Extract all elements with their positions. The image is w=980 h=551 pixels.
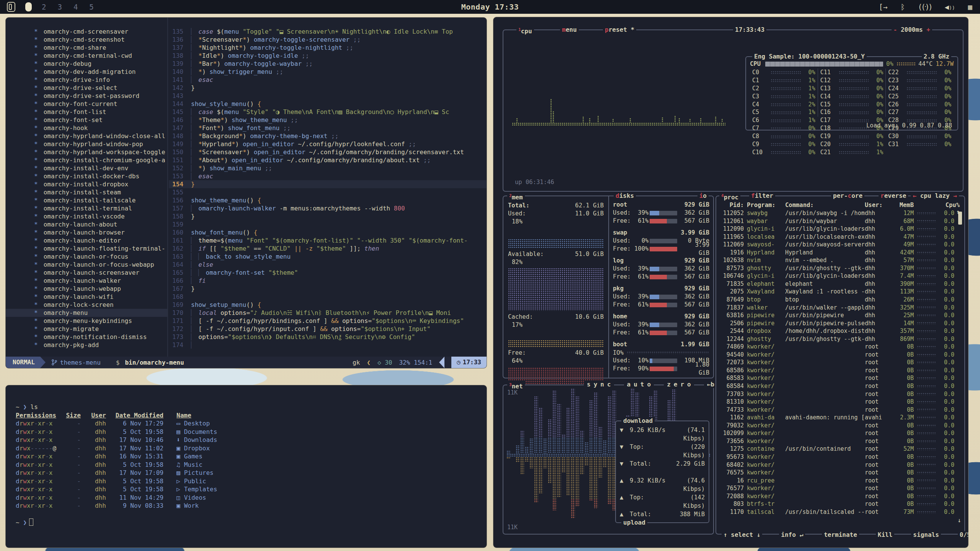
file-item[interactable]: *omarchy-install-tailscale: [6, 196, 167, 204]
reverse-toggle[interactable]: reverse: [879, 192, 908, 200]
process-row[interactable]: 68583kworker/root0B0.0: [720, 374, 960, 382]
file-item[interactable]: *omarchy-launch-or-focus-webapp: [6, 261, 167, 269]
file-item[interactable]: *omarchy-hyprland-workspace-toggle: [6, 148, 167, 156]
sort-selector[interactable]: ← cpu lazy →: [911, 192, 959, 200]
file-item[interactable]: *omarchy-launch-wifi: [6, 293, 167, 301]
scroll-down-icon[interactable]: ↓: [957, 517, 961, 524]
process-row[interactable]: 72088kworker/root0B0.0: [720, 492, 960, 500]
process-row[interactable]: 2506pipewire/usr/bin/pipewire-pulsedhh14…: [720, 320, 960, 328]
file-item[interactable]: *omarchy-launch-webapp: [6, 285, 167, 293]
bluetooth-icon[interactable]: ᛒ: [900, 3, 905, 11]
file-item[interactable]: *omarchy-launch-or-focus: [6, 253, 167, 261]
process-row[interactable]: 81310kworker/root0B0.0: [720, 398, 960, 406]
file-item[interactable]: *omarchy-launch-screensaver: [6, 269, 167, 277]
process-row[interactable]: 1916HyprlandHyprlanddhh424M0.0: [720, 249, 960, 257]
file-item[interactable]: *omarchy-launch-about: [6, 220, 167, 228]
file-item[interactable]: *omarchy-drive-select: [6, 84, 167, 92]
process-row[interactable]: 68402kworker/root0B0.0: [720, 461, 960, 469]
file-item[interactable]: *omarchy-launch-browser: [6, 228, 167, 236]
net-option-auto[interactable]: auto: [624, 381, 654, 388]
file-item[interactable]: *omarchy-font-set: [6, 116, 167, 124]
file-item[interactable]: *omarchy-install-chromium-google-a: [6, 156, 167, 164]
process-row[interactable]: 102638nvimnvim --embed .dhh57M0.0: [720, 256, 960, 264]
file-item[interactable]: *omarchy-hyprland-window-close-all: [6, 132, 167, 140]
file-item[interactable]: *omarchy-install-dropbox: [6, 180, 167, 188]
process-row[interactable]: 76575kworker/root0B0.0: [720, 469, 960, 477]
code-editor[interactable]: 135▏ case $(menu "Toggle" "⬓ Screensaver…: [169, 18, 487, 357]
menu-button[interactable]: menu: [560, 26, 579, 34]
file-item[interactable]: *omarchy-notification-dismiss: [6, 333, 167, 341]
process-row[interactable]: 112090glycin-i/usr/lib/glycin-loadersdhh…: [720, 225, 960, 233]
file-item[interactable]: *omarchy-install-vscode: [6, 212, 167, 220]
process-row[interactable]: 12244ghostty/usr/bin/ghostty --gtk-dhh86…: [720, 335, 960, 343]
cpu-box-title[interactable]: 1cpu: [516, 26, 534, 36]
file-item[interactable]: *omarchy-lock-screen: [6, 301, 167, 309]
process-row[interactable]: 74869kworker/root0B0.0: [720, 343, 960, 351]
file-item[interactable]: *omarchy-font-list: [6, 108, 167, 116]
process-row[interactable]: 803btrfs-trroot0B0.0: [720, 500, 960, 508]
file-item[interactable]: *omarchy-pkg-add: [6, 341, 167, 349]
file-item[interactable]: *omarchy-install-steam: [6, 188, 167, 196]
process-row[interactable]: 102099kworker/root0B0.0: [720, 429, 960, 437]
process-row[interactable]: 87573ghostty/usr/bin/ghostty --gtk-dhh37…: [720, 264, 960, 272]
proc-action-select[interactable]: ↑ select ↓: [722, 531, 762, 538]
file-item[interactable]: *omarchy-launch-walker: [6, 277, 167, 285]
process-row[interactable]: 2544dropbox/home/dhh/.dropbox-distdhh357…: [720, 327, 960, 335]
file-item[interactable]: *omarchy-dev-add-migration: [6, 68, 167, 76]
proc-action-terminate[interactable]: terminate: [822, 531, 859, 538]
file-item[interactable]: *omarchy-cmd-share: [6, 44, 167, 52]
file-item[interactable]: *omarchy-menu: [6, 309, 167, 317]
proc-action-kill[interactable]: Kill: [876, 531, 895, 538]
file-item[interactable]: *omarchy-drive-info: [6, 76, 167, 84]
process-row[interactable]: 111965localsea/usr/lib/localsearch-exdhh…: [720, 233, 960, 241]
file-item[interactable]: *omarchy-install-dev-env: [6, 164, 167, 172]
process-row[interactable]: 76577kworker/root0B0.0: [720, 484, 960, 492]
process-row[interactable]: 68584kworker/root0B0.0: [720, 382, 960, 390]
process-row[interactable]: 74733kworker/root0B0.0: [720, 406, 960, 414]
filter-button[interactable]: filter: [749, 192, 775, 200]
per-core-toggle[interactable]: per-core: [831, 192, 864, 200]
net-option-zero[interactable]: zero: [664, 381, 694, 388]
preset-button[interactable]: preset *: [603, 26, 636, 34]
process-row[interactable]: 71835elephantelephantdhh390M0.0: [720, 280, 960, 288]
process-row[interactable]: 71837walker/usr/bin/walker --gappldhh325…: [720, 304, 960, 312]
process-row[interactable]: 112061waybar/usr/bin/waybardhh68M0.0: [720, 217, 960, 225]
file-item[interactable]: *omarchy-debug: [6, 60, 167, 68]
file-item[interactable]: *omarchy-font-current: [6, 100, 167, 108]
file-item[interactable]: *omarchy-cmd-screensaver: [6, 28, 167, 36]
cpu-chip-icon[interactable]: ▦: [968, 3, 972, 11]
process-row[interactable]: 95673kworker/root0B0.0: [720, 453, 960, 461]
volume-icon[interactable]: ◀)): [944, 3, 955, 11]
process-row[interactable]: 2075XwaylandXwayland :1 -rootless -dhh11…: [720, 288, 960, 296]
proc-action-signals[interactable]: signals: [911, 531, 941, 538]
io-toggle[interactable]: io: [697, 192, 709, 200]
disks-box-title[interactable]: disks: [614, 192, 636, 200]
process-row[interactable]: 79032kworker/root0B0.0: [720, 422, 960, 430]
file-item[interactable]: *omarchy-migrate: [6, 325, 167, 333]
process-row[interactable]: 106746glycin-i/usr/lib/glycin-loadersdhh…: [720, 272, 960, 280]
file-item[interactable]: *omarchy-install-terminal: [6, 204, 167, 212]
process-row[interactable]: 73656kworker/root0B0.0: [720, 437, 960, 445]
file-item[interactable]: *omarchy-launch-floating-terminal-: [6, 245, 167, 253]
file-item[interactable]: *omarchy-hook: [6, 124, 167, 132]
file-item[interactable]: *omarchy-cmd-terminal-cwd: [6, 52, 167, 60]
process-row[interactable]: 1162avahi-daavahi-daemon: running [avahi…: [720, 414, 960, 422]
file-item[interactable]: *omarchy-menu-keybindings: [6, 317, 167, 325]
proc-action-info[interactable]: info ↵: [779, 531, 805, 538]
file-item[interactable]: *omarchy-launch-editor: [6, 236, 167, 245]
file-item[interactable]: *omarchy-cmd-screenshot: [6, 36, 167, 44]
wifi-icon[interactable]: ((ᐧ)): [918, 3, 932, 11]
process-row[interactable]: 1170tailscal/usr/sbin/tailscaled --root7…: [720, 508, 960, 516]
terminal-window[interactable]: ~ ❯ lsPermissionsSizeUserDate ModifiedNa…: [5, 385, 487, 548]
logout-icon[interactable]: [→: [879, 3, 888, 11]
mem-box-title[interactable]: 2mem: [507, 192, 525, 202]
process-row[interactable]: 112069swayosd-/usr/bin/swayosd-serverdhh…: [720, 241, 960, 249]
process-row[interactable]: 63816pipewire/usr/bin/pipewiredhh25M0.0: [720, 311, 960, 320]
process-row[interactable]: 94540kworker/root0B0.0: [720, 351, 960, 359]
file-item[interactable]: *omarchy-hyprland-window-pop: [6, 140, 167, 148]
process-row[interactable]: 72073kworker/root0B0.0: [720, 359, 960, 367]
process-row[interactable]: 1275containe/usr/bin/containerdroot52M0.…: [720, 445, 960, 453]
process-scrollbar[interactable]: [958, 212, 962, 225]
file-item[interactable]: *omarchy-install-docker-dbs: [6, 172, 167, 180]
net-option-sync[interactable]: sync: [584, 381, 614, 388]
